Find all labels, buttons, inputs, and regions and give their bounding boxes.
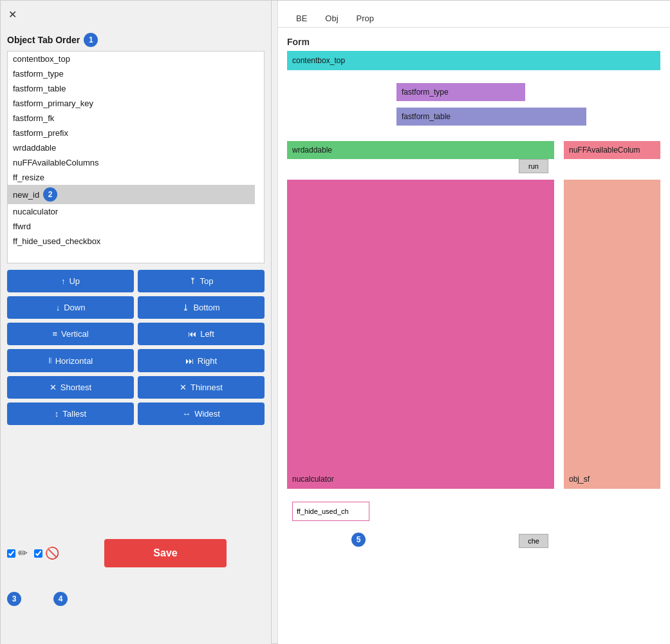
panel-title: Object Tab Order 1	[7, 33, 265, 47]
form-elem-fastform-table[interactable]: fastform_table	[396, 108, 586, 126]
tab-prop[interactable]: Prop	[348, 10, 383, 27]
list-item[interactable]: ff_resize	[8, 170, 255, 185]
form-elem-ff-hide[interactable]: ff_hide_used_ch	[292, 502, 369, 521]
list-item-text: new_id	[13, 190, 39, 200]
list-item[interactable]: fastform_table	[8, 81, 255, 96]
badge-3: 3	[7, 592, 21, 606]
widest-label: Widest	[194, 409, 220, 419]
contentbox-top-label: contentbox_top	[292, 56, 345, 65]
list-item-selected[interactable]: new_id 2	[8, 185, 255, 204]
form-label: Form	[278, 28, 670, 51]
list-item[interactable]: nuFFAvailableColumns	[8, 155, 255, 170]
close-button[interactable]: ✕	[8, 8, 17, 21]
form-elem-obj-sf[interactable]: obj_sf	[564, 180, 660, 489]
vertical-button[interactable]: ≡ Vertical	[7, 323, 134, 345]
bottom-label: Bottom	[193, 303, 219, 312]
top-label: Top	[200, 276, 214, 286]
top-icon: ⤒	[189, 276, 196, 286]
shortest-button[interactable]: ✕ Shortest	[7, 376, 134, 399]
nucalculator-label: nucalculator	[292, 475, 334, 484]
divider	[271, 1, 272, 644]
bottom-icon: ⤓	[182, 303, 189, 312]
badge-1: 1	[84, 33, 98, 47]
action-buttons-grid: ↑ Up ⤒ Top ↓ Down ⤓ Bottom ≡ Vertical ⏮ …	[7, 270, 265, 425]
down-button[interactable]: ↓ Down	[7, 296, 134, 319]
checkbox-group-1: ✏	[7, 546, 28, 560]
form-elem-nuffavailable[interactable]: nuFFAvailableColum	[564, 141, 660, 159]
right-panel: BE Obj Prop Form contentbox_top fastform…	[277, 1, 670, 644]
form-canvas: contentbox_top fastform_type fastform_ta…	[287, 51, 662, 630]
badge-4: 4	[53, 592, 68, 606]
right-label: Right	[198, 356, 217, 366]
shortest-label: Shortest	[60, 383, 91, 392]
form-elem-che[interactable]: che	[519, 534, 548, 548]
left-icon: ⏮	[188, 329, 196, 339]
list-item[interactable]: fastform_primary_key	[8, 96, 255, 111]
left-button[interactable]: ⏮ Left	[138, 323, 265, 345]
bottom-button[interactable]: ⤓ Bottom	[138, 296, 265, 319]
widest-icon: ↔	[182, 409, 191, 419]
tallest-label: Tallest	[62, 409, 86, 419]
object-list[interactable]: contentbox_top fastform_type fastform_ta…	[8, 52, 255, 263]
left-panel: Object Tab Order 1 contentbox_top fastfo…	[1, 1, 271, 644]
ff-hide-label: ff_hide_used_ch	[297, 507, 349, 515]
checkbox-1[interactable]	[7, 549, 15, 558]
list-item[interactable]: fastform_fk	[8, 111, 255, 126]
right-button[interactable]: ⏭ Right	[138, 349, 265, 372]
top-button[interactable]: ⤒ Top	[138, 270, 265, 292]
tab-obj[interactable]: Obj	[316, 10, 347, 27]
tab-be[interactable]: BE	[287, 10, 316, 27]
checkbox-2[interactable]	[34, 549, 42, 558]
up-label: Up	[69, 276, 80, 286]
list-item[interactable]: ff_hide_used_checkbox	[8, 234, 255, 249]
form-elem-fastform-type[interactable]: fastform_type	[396, 83, 525, 101]
up-icon: ↑	[61, 276, 66, 286]
horizontal-icon: ⦀	[48, 355, 51, 366]
object-list-container: contentbox_top fastform_type fastform_ta…	[7, 51, 265, 263]
thinnest-label: Thinnest	[191, 383, 223, 392]
list-item[interactable]: contentbox_top	[8, 52, 255, 66]
edit-icon: ✏	[18, 546, 28, 560]
badge-row: 3 4	[7, 592, 68, 606]
hide-icon: 🚫	[45, 546, 59, 560]
horizontal-label: Horizontal	[55, 356, 93, 366]
vertical-icon: ≡	[52, 329, 57, 339]
tallest-button[interactable]: ↕ Tallest	[7, 402, 134, 425]
down-label: Down	[64, 303, 85, 312]
list-item[interactable]: wrdaddable	[8, 140, 255, 155]
list-item[interactable]: fastform_prefix	[8, 126, 255, 140]
bottom-controls: ✏ 🚫 Save	[7, 539, 227, 567]
shortest-icon: ✕	[50, 383, 57, 392]
horizontal-button[interactable]: ⦀ Horizontal	[7, 349, 134, 372]
badge-5: 5	[351, 533, 366, 547]
app-window: ✕ Object Tab Order 1 contentbox_top fast…	[0, 0, 670, 644]
tallest-icon: ↕	[55, 409, 59, 419]
form-elem-run[interactable]: run	[519, 159, 548, 173]
thinnest-icon: ✕	[180, 383, 187, 392]
thinnest-button[interactable]: ✕ Thinnest	[138, 376, 265, 399]
nuffavailable-label: nuFFAvailableColum	[569, 146, 640, 155]
run-label: run	[528, 162, 539, 170]
fastform-type-label: fastform_type	[402, 88, 449, 97]
list-item[interactable]: fastform_type	[8, 66, 255, 81]
form-elem-wrdaddable[interactable]: wrdaddable	[287, 141, 554, 159]
panel-title-text: Object Tab Order	[7, 35, 80, 45]
wrdaddable-label: wrdaddable	[292, 146, 332, 155]
list-item[interactable]: nucalculator	[8, 204, 255, 219]
vertical-label: Vertical	[61, 329, 89, 339]
che-label: che	[528, 537, 539, 545]
checkbox-group-2: 🚫	[34, 546, 59, 560]
form-elem-contentbox-top[interactable]: contentbox_top	[287, 51, 660, 70]
obj-sf-label: obj_sf	[569, 475, 590, 484]
up-button[interactable]: ↑ Up	[7, 270, 134, 292]
right-icon: ⏭	[185, 356, 194, 366]
down-icon: ↓	[56, 303, 60, 312]
badge-5-container: 5	[351, 533, 366, 547]
fastform-table-label: fastform_table	[402, 112, 451, 121]
list-item[interactable]: ffwrd	[8, 219, 255, 234]
badge-2: 2	[43, 187, 57, 202]
form-elem-nucalculator[interactable]: nucalculator	[287, 180, 554, 489]
save-button[interactable]: Save	[104, 539, 227, 567]
widest-button[interactable]: ↔ Widest	[138, 402, 265, 425]
left-label: Left	[200, 329, 214, 339]
